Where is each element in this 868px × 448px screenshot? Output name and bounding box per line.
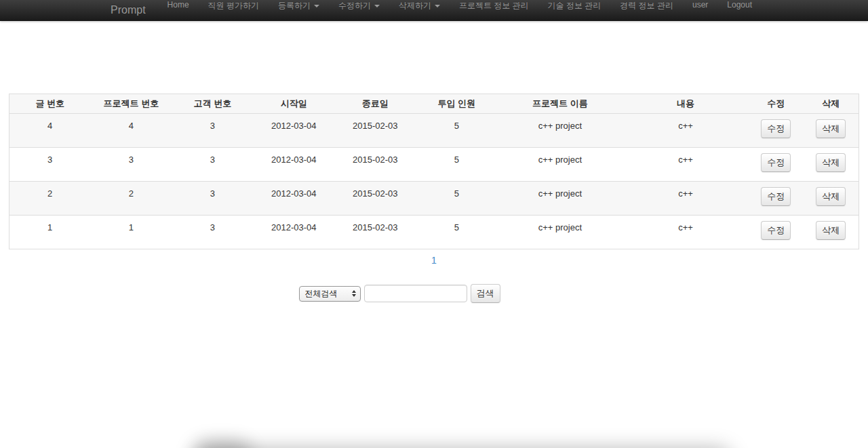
cell-edit: 수정: [749, 182, 804, 216]
nav-item-delete[interactable]: 삭제하기: [389, 0, 450, 12]
search-input[interactable]: [364, 285, 467, 302]
search-filter-select[interactable]: 전체검색: [299, 286, 361, 302]
nav-item-tech-info[interactable]: 기술 정보 관리: [538, 0, 611, 12]
pagination: 1: [0, 254, 868, 268]
caret-down-icon: [435, 5, 440, 7]
edit-button[interactable]: 수정: [761, 221, 791, 240]
nav-item-user[interactable]: user: [683, 0, 717, 9]
cell-staff-count: 5: [416, 216, 497, 249]
cell-post-no: 3: [9, 148, 91, 182]
col-header-end-date: 종료일: [334, 94, 416, 114]
col-header-post-no: 글 번호: [9, 94, 91, 114]
cell-customer-no: 3: [172, 216, 253, 249]
delete-button[interactable]: 삭제: [816, 187, 846, 206]
nav-item-label: 직원 평가하기: [208, 0, 259, 12]
cell-project-name: c++ project: [497, 114, 623, 148]
cell-project-no: 2: [90, 182, 172, 216]
nav-item-label: 기술 정보 관리: [548, 0, 601, 12]
table-row: 2232012-03-042015-02-035c++ projectc++수정…: [9, 182, 859, 216]
delete-button[interactable]: 삭제: [816, 119, 846, 138]
col-header-customer-no: 고객 번호: [172, 94, 253, 114]
nav-item-project-info[interactable]: 프로젝트 정보 관리: [450, 0, 538, 12]
nav-item-label: 삭제하기: [399, 0, 431, 12]
delete-button[interactable]: 삭제: [816, 153, 846, 172]
cell-project-no: 4: [90, 114, 172, 148]
nav-item-logout[interactable]: Logout: [717, 0, 762, 9]
edit-button[interactable]: 수정: [761, 119, 791, 138]
nav-item-label: 등록하기: [278, 0, 311, 12]
cell-delete: 삭제: [804, 216, 859, 249]
cell-project-name: c++ project: [497, 216, 623, 249]
edit-button[interactable]: 수정: [761, 153, 791, 172]
search-form: 전체검색 검색: [0, 284, 833, 303]
cell-delete: 삭제: [804, 148, 859, 182]
col-header-start-date: 시작일: [253, 94, 334, 114]
col-header-staff-count: 투입 인원: [416, 94, 497, 114]
select-updown-arrows-icon: [352, 290, 356, 297]
delete-button[interactable]: 삭제: [816, 221, 846, 240]
cell-customer-no: 3: [172, 114, 253, 148]
navbar-inner: Prompt Home직원 평가하기등록하기수정하기삭제하기프로젝트 정보 관리…: [115, 0, 753, 20]
projects-table: 글 번호프로젝트 번호고객 번호시작일종료일투입 인원프로젝트 이름내용수정삭제…: [9, 94, 859, 249]
col-header-delete: 삭제: [804, 94, 859, 114]
table-row: 1132012-03-042015-02-035c++ projectc++수정…: [9, 216, 859, 249]
table-row: 3332012-03-042015-02-035c++ projectc++수정…: [9, 148, 859, 182]
col-header-project-no: 프로젝트 번호: [90, 94, 172, 114]
nav-item-label: Home: [167, 0, 189, 9]
nav-item-label: 수정하기: [338, 0, 371, 12]
cell-edit: 수정: [749, 114, 804, 148]
cell-project-name: c++ project: [497, 182, 623, 216]
cell-start-date: 2012-03-04: [253, 216, 334, 249]
nav-item-register[interactable]: 등록하기: [269, 0, 329, 12]
cell-start-date: 2012-03-04: [253, 148, 334, 182]
cell-post-no: 1: [9, 216, 91, 249]
cell-start-date: 2012-03-04: [253, 114, 334, 148]
nav-item-career-info[interactable]: 경력 정보 관리: [610, 0, 683, 12]
brand-logo[interactable]: Prompt: [111, 0, 158, 20]
edit-button[interactable]: 수정: [761, 187, 791, 206]
cell-end-date: 2015-02-03: [334, 114, 416, 148]
cell-end-date: 2015-02-03: [334, 182, 416, 216]
navbar-right-nav: userLogout: [683, 0, 762, 20]
cell-content: c++: [623, 114, 748, 148]
cell-delete: 삭제: [804, 182, 859, 216]
cell-project-no: 1: [90, 216, 172, 249]
cell-edit: 수정: [749, 216, 804, 249]
nav-item-label: 프로젝트 정보 관리: [459, 0, 529, 12]
search-filter-selected-value: 전체검색: [305, 288, 352, 300]
cell-start-date: 2012-03-04: [253, 182, 334, 216]
cell-staff-count: 5: [416, 114, 497, 148]
caret-down-icon: [314, 5, 319, 7]
page-link-1[interactable]: 1: [427, 253, 441, 267]
cell-post-no: 2: [9, 182, 91, 216]
main-nav: Home직원 평가하기등록하기수정하기삭제하기프로젝트 정보 관리기술 정보 관…: [158, 0, 683, 20]
caret-down-icon: [374, 5, 380, 7]
cell-edit: 수정: [749, 148, 804, 182]
col-header-content: 내용: [623, 94, 748, 114]
cell-staff-count: 5: [416, 182, 497, 216]
cell-customer-no: 3: [172, 148, 253, 182]
cell-content: c++: [623, 148, 748, 182]
col-header-edit: 수정: [749, 94, 804, 114]
table-header-row: 글 번호프로젝트 번호고객 번호시작일종료일투입 인원프로젝트 이름내용수정삭제: [9, 94, 859, 114]
nav-item-home[interactable]: Home: [158, 0, 199, 9]
cell-delete: 삭제: [804, 114, 859, 148]
cell-post-no: 4: [9, 114, 91, 148]
cell-project-no: 3: [90, 148, 172, 182]
search-button[interactable]: 검색: [471, 284, 500, 303]
cell-staff-count: 5: [416, 148, 497, 182]
cell-content: c++: [623, 216, 748, 249]
col-header-project-name: 프로젝트 이름: [497, 94, 623, 114]
cell-customer-no: 3: [172, 182, 253, 216]
top-navbar: Prompt Home직원 평가하기등록하기수정하기삭제하기프로젝트 정보 관리…: [0, 0, 868, 21]
nav-item-employee-eval[interactable]: 직원 평가하기: [199, 0, 269, 12]
cell-project-name: c++ project: [497, 148, 623, 182]
table-row: 4432012-03-042015-02-035c++ projectc++수정…: [9, 114, 859, 148]
nav-item-label: 경력 정보 관리: [620, 0, 673, 12]
cell-end-date: 2015-02-03: [334, 216, 416, 249]
cell-end-date: 2015-02-03: [334, 148, 416, 182]
main-content: 글 번호프로젝트 번호고객 번호시작일종료일투입 인원프로젝트 이름내용수정삭제…: [0, 21, 868, 303]
cell-content: c++: [623, 182, 748, 216]
nav-item-edit[interactable]: 수정하기: [329, 0, 389, 12]
